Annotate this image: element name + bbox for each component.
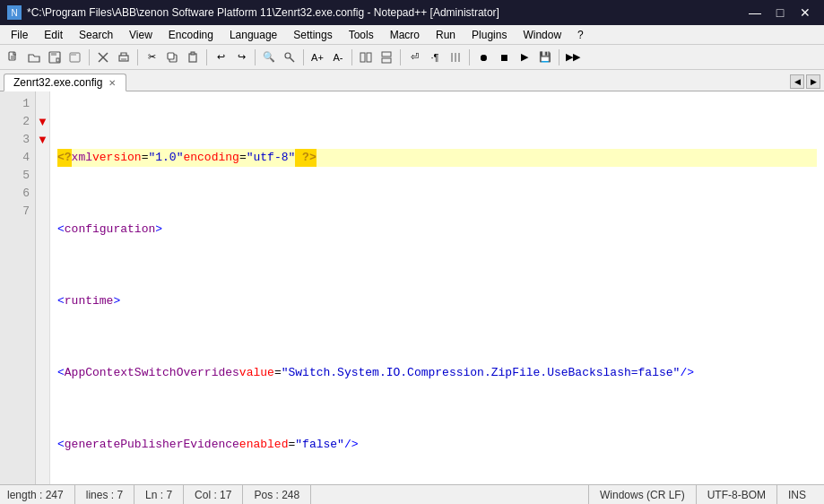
code-line-5: <generatePublisherEvidence enabled="fals… [57,436,817,454]
save-button[interactable] [45,48,65,67]
status-spacer [311,485,589,504]
menu-plugins[interactable]: Plugins [464,27,514,43]
status-encoding: UTF-8-BOM [697,485,777,504]
status-ins: INS [777,485,817,504]
menu-language[interactable]: Language [222,27,284,43]
toolbar-sep-1 [89,49,90,65]
tab-close-button[interactable]: ✕ [108,78,117,88]
code-line-4: <AppContextSwitchOverrides value="Switch… [57,364,817,382]
svg-rect-15 [191,52,195,55]
svg-rect-20 [382,52,391,56]
svg-point-16 [285,53,291,58]
menu-search[interactable]: Search [72,27,120,43]
menu-edit[interactable]: Edit [37,27,70,43]
zoom-in-button[interactable]: A+ [308,48,327,67]
line-numbers: 1 2 3 4 5 6 7 [0,91,36,484]
cut-button[interactable]: ✂ [142,48,161,67]
code-line-3: <runtime> [57,292,817,310]
whitespace-button[interactable]: ·¶ [425,48,445,67]
toolbar-sep-9 [559,49,559,65]
macro-save-button[interactable]: 💾 [535,48,555,67]
tab-next-button[interactable]: ▶ [806,74,820,89]
menu-encoding[interactable]: Encoding [161,27,221,43]
status-lines: lines : 7 [75,485,134,504]
menu-settings[interactable]: Settings [286,27,339,43]
status-pos: Pos : 248 [243,485,311,504]
svg-rect-5 [56,58,59,62]
toolbar-sep-2 [137,49,138,65]
menu-window[interactable]: Window [516,27,568,43]
app-icon: N [7,5,22,20]
svg-rect-18 [360,53,365,62]
menu-bar: File Edit Search View Encoding Language … [0,25,824,45]
title-text: *C:\Program Files\ABB\zenon Software Pla… [27,6,499,19]
code-line-2: <configuration> [57,221,817,239]
wrap-button[interactable]: ⏎ [404,48,424,67]
tab-navigation: ◀ ▶ [790,74,820,89]
fold-column: ▼ ▼ [36,91,50,484]
toolbar-sep-7 [400,49,401,65]
maximize-button[interactable]: □ [768,4,792,22]
tab-bar: Zenrt32.exe.config ✕ ◀ ▶ [0,70,824,91]
toolbar: ✂ ↩ ↪ 🔍 A+ A- ⏎ ·¶ ⏺ ⏹ ▶ 💾 ▶▶ [0,45,824,70]
sync-scroll-h-button[interactable] [377,48,396,67]
menu-help[interactable]: ? [570,27,591,43]
title-bar: N *C:\Program Files\ABB\zenon Software P… [0,0,824,25]
macro-play-button[interactable]: ▶ [515,48,534,67]
svg-line-17 [291,57,295,62]
status-col: Col : 17 [184,485,243,504]
print-button[interactable] [114,48,134,67]
code-editor[interactable]: <?xml version="1.0" encoding="utf-8" ?> … [50,91,824,484]
tab-zenrt32[interactable]: Zenrt32.exe.config ✕ [4,74,126,91]
status-length: length : 247 [7,485,75,504]
title-bar-buttons: — □ ✕ [743,4,817,22]
minimize-button[interactable]: — [743,4,767,22]
toolbar-sep-4 [255,49,256,65]
title-bar-left: N *C:\Program Files\ABB\zenon Software P… [7,5,499,20]
status-bar: length : 247 lines : 7 Ln : 7 Col : 17 P… [0,484,824,504]
close-doc-button[interactable] [93,48,113,67]
sync-scroll-v-button[interactable] [356,48,376,67]
new-button[interactable] [4,48,23,67]
menu-macro[interactable]: Macro [383,27,427,43]
menu-view[interactable]: View [122,27,160,43]
toolbar-sep-5 [303,49,304,65]
menu-run[interactable]: Run [429,27,463,43]
save-all-button[interactable] [65,48,85,67]
status-eol: Windows (CR LF) [589,485,697,504]
macro-record-button[interactable]: ⏺ [473,48,493,67]
svg-rect-7 [71,53,76,56]
indent-guide-button[interactable] [446,48,465,67]
toolbar-sep-8 [469,49,470,65]
macro-stop-button[interactable]: ⏹ [494,48,514,67]
redo-button[interactable]: ↪ [231,48,251,67]
tab-label: Zenrt32.exe.config [13,76,102,89]
menu-file[interactable]: File [4,27,35,43]
svg-rect-19 [367,53,371,62]
undo-button[interactable]: ↩ [211,48,230,67]
zoom-out-button[interactable]: A- [328,48,348,67]
close-button[interactable]: ✕ [794,4,817,22]
paste-button[interactable] [183,48,203,67]
find-button[interactable]: 🔍 [259,48,279,67]
status-ln: Ln : 7 [134,485,184,504]
menu-tools[interactable]: Tools [342,27,381,43]
svg-rect-13 [168,53,174,59]
copy-button[interactable] [162,48,182,67]
editor[interactable]: 1 2 3 4 5 6 7 ▼ ▼ <?xml version="1.0" en… [0,91,824,484]
svg-rect-21 [382,58,391,63]
open-button[interactable] [24,48,44,67]
toolbar-sep-3 [206,49,207,65]
code-line-1: <?xml version="1.0" encoding="utf-8" ?> [57,149,817,167]
find-replace-button[interactable] [280,48,299,67]
tab-prev-button[interactable]: ◀ [790,74,804,89]
svg-rect-11 [121,58,126,60]
svg-rect-4 [51,52,56,56]
run-button[interactable]: ▶▶ [563,48,583,67]
toolbar-sep-6 [351,49,352,65]
